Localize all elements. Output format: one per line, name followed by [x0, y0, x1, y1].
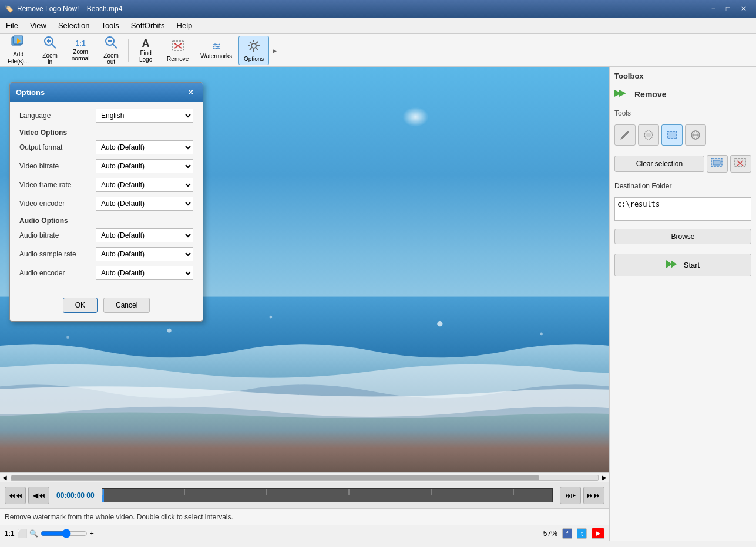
scrollbar-track[interactable] — [11, 475, 599, 481]
browse-button[interactable]: Browse — [614, 229, 751, 244]
svg-rect-47 — [735, 158, 745, 167]
menu-help[interactable]: Help — [171, 19, 199, 32]
zoom-in-button[interactable]: Zoomin — [35, 36, 65, 65]
options-dialog: Options ✕ Language English French German… — [9, 82, 203, 322]
svg-marker-51 — [671, 260, 677, 268]
minimize-button[interactable]: − — [707, 4, 720, 14]
remove-button[interactable]: Remove — [162, 36, 194, 65]
zoom-out-button[interactable]: Zoomout — [96, 36, 126, 65]
audio-encoder-label: Audio encoder — [19, 269, 96, 277]
clear-selection-button[interactable]: Clear selection — [614, 156, 704, 172]
goto-end-button[interactable]: ⏭⏭ — [583, 487, 604, 504]
title-bar: 🏷️ Remove Logo Now! – Beach.mp4 − □ ✕ — [0, 0, 756, 18]
audio-samplerate-row: Audio sample rate Auto (Default) — [19, 247, 193, 261]
zoom-slider[interactable] — [41, 529, 88, 538]
menu-view[interactable]: View — [24, 19, 52, 32]
add-files-icon — [11, 35, 25, 50]
menu-tools[interactable]: Tools — [95, 19, 125, 32]
svg-rect-41 — [667, 131, 677, 139]
video-framerate-label: Video frame rate — [19, 181, 96, 189]
destination-input[interactable]: c:\results — [614, 197, 751, 221]
magic-tool[interactable] — [685, 124, 706, 146]
dialog-footer: OK Cancel — [10, 292, 203, 321]
pencil-tool[interactable] — [614, 124, 636, 146]
timeline-track[interactable] — [102, 488, 553, 502]
horizontal-scrollbar[interactable]: ◀ ▶ — [0, 472, 609, 482]
scroll-left-arrow[interactable]: ◀ — [0, 474, 9, 481]
deselect-button[interactable] — [730, 155, 751, 173]
video-options-section: Video Options — [19, 129, 193, 137]
audio-bitrate-select[interactable]: Auto (Default) — [96, 228, 193, 242]
video-framerate-select[interactable]: Auto (Default) — [96, 178, 193, 192]
dialog-title: Options — [16, 88, 45, 97]
menu-bar: File View Selection Tools SoftOrbits Hel… — [0, 18, 756, 34]
audio-bitrate-row: Audio bitrate Auto (Default) — [19, 228, 193, 242]
output-format-select[interactable]: Auto (Default) — [96, 140, 193, 154]
start-button[interactable]: Start — [614, 254, 751, 276]
audio-encoder-row: Audio encoder Auto (Default) — [19, 266, 193, 280]
zoom-normal-icon: 1:1 — [75, 39, 85, 48]
separator-1 — [128, 39, 129, 62]
svg-marker-38 — [619, 90, 626, 97]
zoom-level-display: 57% — [543, 529, 557, 538]
prev-frame-button[interactable]: ◀⏮ — [28, 487, 49, 504]
select-all-button[interactable] — [707, 155, 728, 173]
next-frame-button[interactable]: ⏭▶ — [560, 487, 581, 504]
find-logo-button[interactable]: A FindLogo — [131, 36, 160, 65]
options-icon — [247, 39, 261, 55]
svg-point-40 — [646, 133, 651, 137]
youtube-button[interactable]: ▶ — [592, 528, 604, 539]
find-logo-label: FindLogo — [139, 50, 152, 63]
video-bitrate-label: Video bitrate — [19, 162, 96, 170]
toolbox-section-title: Remove — [634, 90, 666, 99]
facebook-button[interactable]: f — [562, 528, 572, 539]
zoom-in-small-icon: + — [90, 529, 94, 538]
options-button[interactable]: Options — [238, 36, 269, 65]
svg-point-27 — [437, 321, 442, 326]
watermarks-button[interactable]: ≋ Watermarks — [195, 36, 237, 65]
zoom-normal-button[interactable]: 1:1 Zoomnormal — [66, 36, 95, 65]
svg-point-25 — [167, 329, 172, 333]
fit-icon: ⬜ — [17, 529, 27, 538]
maximize-button[interactable]: □ — [721, 4, 735, 14]
start-icon — [666, 259, 680, 271]
dialog-body: Language English French German Spanish R… — [10, 102, 203, 292]
menu-selection[interactable]: Selection — [52, 19, 95, 32]
ok-button[interactable]: OK — [63, 298, 98, 313]
audio-encoder-select[interactable]: Auto (Default) — [96, 266, 193, 280]
menu-file[interactable]: File — [0, 19, 24, 32]
bottom-bar: 1:1 ⬜ 🔍 + 57% f t ▶ — [0, 525, 609, 541]
status-message: Remove watermark from the whole video. D… — [5, 513, 233, 521]
zoom-out-icon — [104, 35, 118, 51]
dialog-close-button[interactable]: ✕ — [185, 86, 197, 98]
watermarks-label: Watermarks — [200, 53, 232, 59]
scrollbar-thumb[interactable] — [11, 475, 539, 480]
video-bitrate-select[interactable]: Auto (Default) — [96, 159, 193, 173]
add-files-button[interactable]: AddFile(s)... — [2, 36, 34, 65]
language-row: Language English French German Spanish R… — [19, 109, 193, 123]
status-bar: Remove watermark from the whole video. D… — [0, 508, 609, 525]
twitter-button[interactable]: t — [577, 528, 587, 539]
svg-point-26 — [270, 316, 273, 319]
toolbar-more[interactable]: ▸ — [270, 46, 279, 55]
add-files-label: AddFile(s)... — [8, 51, 29, 65]
svg-line-21 — [250, 48, 251, 50]
language-select[interactable]: English French German Spanish Russian — [96, 109, 193, 123]
goto-start-button[interactable]: ⏮⏮ — [5, 487, 26, 504]
audio-bitrate-label: Audio bitrate — [19, 231, 96, 239]
scroll-right-arrow[interactable]: ▶ — [600, 474, 609, 481]
cancel-button[interactable]: Cancel — [103, 298, 150, 313]
video-encoder-select[interactable]: Auto (Default) — [96, 197, 193, 211]
close-window-button[interactable]: ✕ — [736, 4, 751, 14]
rectangle-tool[interactable] — [661, 124, 683, 146]
dialog-titlebar: Options ✕ — [10, 83, 203, 102]
audio-samplerate-select[interactable]: Auto (Default) — [96, 247, 193, 261]
zoom-out-label: Zoomout — [103, 52, 119, 65]
menu-softorbits[interactable]: SoftOrbits — [125, 19, 171, 32]
video-bitrate-row: Video bitrate Auto (Default) — [19, 159, 193, 173]
video-encoder-row: Video encoder Auto (Default) — [19, 197, 193, 211]
blur-tool[interactable] — [638, 124, 659, 146]
tools-grid — [614, 124, 751, 146]
language-label: Language — [19, 112, 96, 120]
audio-options-section: Audio Options — [19, 217, 193, 225]
